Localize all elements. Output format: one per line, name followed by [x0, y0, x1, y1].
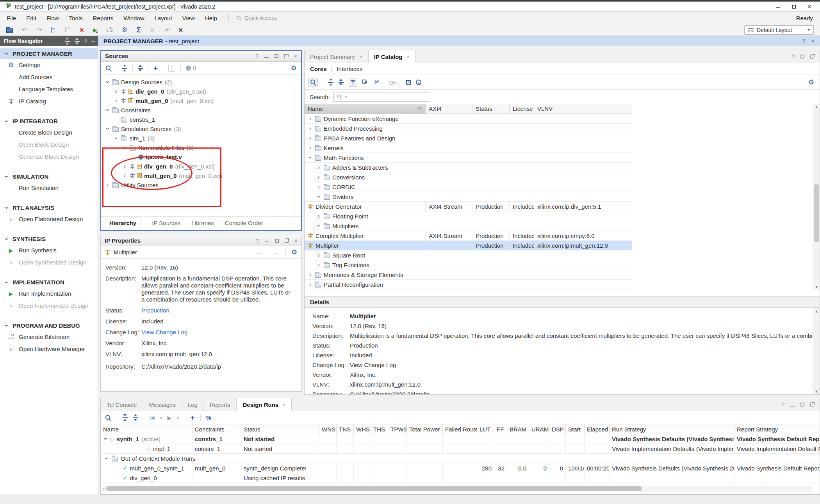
expander-icon[interactable] — [105, 80, 111, 85]
create-run-icon[interactable]: + — [191, 414, 195, 421]
sidebar-section-program-and-debug[interactable]: PROGRAM AND DEBUG — [0, 320, 98, 331]
add-sources-icon[interactable]: + — [153, 64, 158, 72]
view-change-log-link[interactable]: View Change Log — [141, 329, 291, 336]
horizontal-scrollbar[interactable]: ‹ — [102, 486, 812, 492]
subtab-cores[interactable]: Cores — [310, 66, 327, 72]
sidebar-item-create-block-design[interactable]: Create Block Design — [0, 126, 98, 138]
tree-row-constraints[interactable]: Constraints — [101, 105, 301, 115]
info-icon[interactable]: i — [416, 80, 421, 85]
expander-icon[interactable] — [308, 125, 313, 131]
expander-icon[interactable] — [122, 163, 127, 169]
sidebar-item-run-synthesis[interactable]: ▶ Run Synthesis — [0, 244, 98, 256]
maximize-icon[interactable] — [275, 239, 279, 243]
float-icon[interactable] — [810, 55, 814, 59]
chevron-down-icon[interactable] — [4, 205, 10, 210]
help-icon[interactable]: ? — [791, 53, 795, 60]
float-icon[interactable] — [285, 239, 289, 243]
scrollbar-thumb[interactable] — [814, 184, 819, 242]
abort-icon[interactable]: × — [178, 26, 183, 34]
collapse-all-icon[interactable] — [65, 38, 70, 44]
chevron-right-icon[interactable] — [9, 346, 14, 352]
catalog-row-multipliers[interactable]: Multipliers — [305, 221, 632, 231]
help-icon[interactable]: ? — [802, 38, 805, 44]
expander-icon[interactable] — [308, 115, 313, 122]
percent-icon[interactable]: % — [206, 414, 211, 421]
collapse-all-icon[interactable] — [123, 415, 128, 421]
expander-icon[interactable] — [316, 184, 321, 190]
expander-icon[interactable] — [105, 182, 110, 188]
tab-messages[interactable]: Messages — [143, 398, 182, 411]
float-icon[interactable] — [284, 54, 288, 58]
sidebar-section-synthesis[interactable]: SYNTHESIS — [0, 234, 98, 244]
run-row-ooc-module-runs[interactable]: Out-of-Context Module Runs — [101, 454, 820, 463]
step-back-icon[interactable]: « — [159, 415, 162, 421]
expander-icon[interactable] — [316, 224, 322, 229]
tree-row-simulation-sources[interactable]: Simulation Sources (3) — [101, 124, 301, 133]
close-icon[interactable]: × — [811, 38, 815, 44]
expander-icon[interactable] — [308, 272, 313, 278]
gear-icon[interactable]: ⚙ — [808, 79, 814, 85]
catalog-row-embedded[interactable]: Embedded Processing — [305, 124, 632, 133]
menu-window[interactable]: Window — [118, 12, 149, 24]
column-vlnv[interactable]: VLNV — [534, 104, 632, 114]
menu-view[interactable]: View — [177, 12, 200, 24]
close-icon[interactable]: × — [359, 54, 362, 60]
catalog-row-conversions[interactable]: Conversions — [305, 172, 632, 182]
menu-layout[interactable]: Layout — [150, 12, 177, 24]
expander-icon[interactable] — [105, 108, 111, 113]
help-icon[interactable]: ? — [84, 38, 87, 44]
catalog-scrollbar[interactable]: ▲ ▼ — [813, 104, 820, 290]
column-axi4[interactable]: AXI4 — [426, 104, 472, 114]
scroll-down-icon[interactable]: ▼ — [813, 389, 820, 394]
scroll-left-icon[interactable]: ‹ — [102, 486, 105, 492]
catalog-row-square-root[interactable]: Square Root — [305, 250, 632, 260]
help-icon[interactable]: ? — [781, 401, 784, 408]
details-scrollbar[interactable]: ▲ ▼ — [813, 308, 820, 394]
catalog-row-kernels[interactable]: Kernels — [305, 143, 632, 153]
report-button[interactable] — [51, 27, 56, 33]
close-icon[interactable]: × — [407, 54, 410, 60]
tree-row-utility-sources[interactable]: Utility Sources — [101, 180, 301, 190]
subtab-interfaces[interactable]: Interfaces — [337, 66, 362, 72]
search-icon[interactable] — [308, 78, 318, 87]
expander-icon[interactable] — [307, 155, 314, 160]
expander-icon[interactable] — [103, 437, 109, 442]
tree-row-non-module-files[interactable]: Non-module Files (1) — [101, 143, 301, 152]
expand-all-icon[interactable] — [75, 38, 80, 44]
expander-icon[interactable] — [114, 88, 119, 94]
generate-bitstream-toolbar-icon[interactable]: ↓0110 — [106, 27, 112, 33]
tab-tcl-console[interactable]: Tcl Console — [101, 398, 143, 411]
maximize-icon[interactable] — [275, 54, 278, 58]
tab-log[interactable]: Log — [182, 398, 204, 411]
sidebar-section-simulation[interactable]: SIMULATION — [0, 171, 98, 182]
customize-icon[interactable] — [373, 79, 379, 85]
catalog-row-dfx[interactable]: Dynamic Function eXchange — [305, 114, 632, 124]
sidebar-section-rtl-analysis[interactable]: RTL ANALYSIS — [0, 202, 98, 213]
undo-button[interactable]: ↶ — [22, 26, 27, 34]
menu-reports[interactable]: Reports — [88, 12, 119, 24]
sidebar-item-language-templates[interactable]: Language Templates — [0, 83, 98, 95]
tab-compile-order[interactable]: Compile Order — [225, 220, 263, 226]
menu-help[interactable]: Help — [200, 12, 222, 24]
tab-design-runs[interactable]: Design Runs × — [236, 398, 291, 411]
scroll-down-icon[interactable]: ▼ — [813, 285, 820, 289]
catalog-row-trig-functions[interactable]: Trig Functions — [305, 260, 632, 270]
sidebar-section-ip-integrator[interactable]: IP INTEGRATOR — [0, 116, 98, 126]
chevron-down-icon[interactable] — [4, 174, 10, 179]
delete-button[interactable]: × — [80, 26, 84, 34]
catalog-row-cordic[interactable]: CORDIC — [305, 182, 632, 192]
expander-icon[interactable] — [316, 194, 322, 199]
catalog-search-input[interactable] — [333, 92, 430, 102]
expander-icon[interactable] — [316, 164, 321, 170]
menu-flow[interactable]: Flow — [41, 12, 64, 24]
tab-libraries[interactable]: Libraries — [191, 220, 214, 226]
catalog-row-divider-generator[interactable]: Divider Generator AXI4-Stream Production… — [305, 202, 632, 211]
maximize-icon[interactable] — [800, 55, 804, 59]
expander-icon[interactable] — [316, 252, 321, 258]
menu-tools[interactable]: Tools — [64, 12, 88, 24]
expander-icon[interactable] — [316, 213, 321, 219]
sum-reports-icon[interactable]: Σ — [137, 26, 141, 34]
detail-change-log-link[interactable]: View Change Log — [350, 362, 396, 368]
chevron-down-icon[interactable] — [4, 280, 10, 285]
tree-row-sim-div-gen-0[interactable]: div_gen_0 (div_gen_0.xci) — [101, 161, 301, 171]
